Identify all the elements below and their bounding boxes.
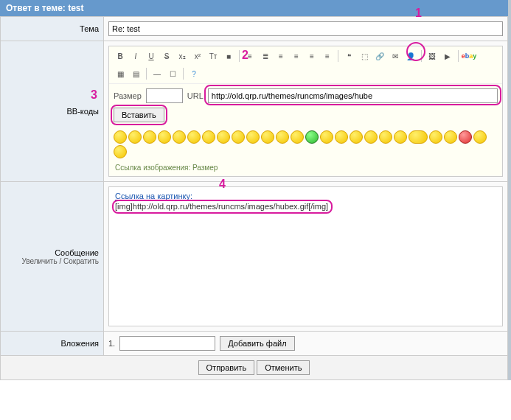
smile-4-icon[interactable] [158,130,171,144]
link-icon[interactable]: 🔗 [373,49,386,63]
color-icon[interactable]: ■ [222,49,235,63]
smile-21-icon[interactable] [409,130,428,144]
bold-icon[interactable]: B [114,49,127,63]
smile-10-icon[interactable] [246,130,260,144]
url-label: URL [187,91,204,100]
smile-25-icon[interactable] [473,130,487,144]
message-link-label: Ссылка на картинку: [115,192,192,200]
code-icon[interactable]: ⬚ [358,49,371,63]
message-resize[interactable]: Увеличить / Сократить [5,257,99,265]
editor-hint: Ссылка изображения: Размер [109,161,502,176]
topic-input[interactable] [108,21,503,36]
ebay-icon[interactable]: ebay [462,49,476,63]
smile-3-icon[interactable] [143,130,156,144]
attach-file-input[interactable] [119,336,215,351]
smile-1-icon[interactable] [114,130,127,144]
size-input[interactable] [146,88,183,103]
smile-18-icon[interactable] [364,130,378,144]
image-icon[interactable]: 🖼 [425,49,439,63]
size-label: Размер [114,91,142,100]
align-center-icon[interactable]: ≡ [290,49,303,63]
page-header: Ответ в теме: test [0,0,508,16]
smile-20-icon[interactable] [394,130,407,144]
smilies-row [109,127,502,161]
attach-label: Вложения [60,339,99,348]
user-icon[interactable]: 👤 [404,49,417,63]
smile-2-icon[interactable] [128,130,142,144]
sub-icon[interactable]: x₂ [175,49,189,63]
submit-button[interactable] [198,360,255,375]
hr-icon[interactable]: — [150,67,164,80]
smile-12-icon[interactable] [276,130,289,144]
smile-7-icon[interactable] [202,130,215,144]
align-justify-icon[interactable]: ≡ [321,49,334,63]
url-input[interactable] [208,88,498,103]
fontsize-icon[interactable]: Tт [206,49,220,63]
smile-17-icon[interactable] [350,130,363,144]
table-icon[interactable]: ▦ [114,67,127,80]
smile-24-icon[interactable] [459,130,472,144]
align-left-icon[interactable]: ≡ [274,49,288,63]
smile-26-icon[interactable] [114,145,127,158]
smile-23-icon[interactable] [444,130,457,144]
message-area[interactable]: Ссылка на картинку: [img]http://old.qrp.… [108,186,503,326]
italic-icon[interactable]: I [129,49,142,63]
smile-19-icon[interactable] [379,130,392,144]
cancel-button[interactable] [257,360,310,375]
smile-6-icon[interactable] [187,130,201,144]
message-label: Сообщение [5,248,99,257]
strike-icon[interactable]: S [160,49,173,63]
sup-icon[interactable]: x² [191,49,204,63]
box-icon[interactable]: ☐ [166,67,179,80]
smile-9-icon[interactable] [232,130,245,144]
smile-15-icon[interactable] [320,130,333,144]
flag-icon[interactable]: ▤ [129,67,142,80]
smile-13-icon[interactable] [291,130,304,144]
quote-icon[interactable]: ❝ [342,49,355,63]
smile-14-icon[interactable] [305,130,319,144]
help-icon[interactable]: ? [187,67,201,80]
swf-icon[interactable]: ▶ [441,49,454,63]
smile-22-icon[interactable] [429,130,442,144]
message-content: [img]http://old.qrp.ru/themes/runcms/ima… [115,202,328,211]
attach-index: 1. [108,339,115,348]
editor-toolbar: B I U S x₂ x² Tт ■ ≡ ≣ [109,46,502,84]
insert-button[interactable] [114,108,164,122]
smile-11-icon[interactable] [261,130,274,144]
align-right-icon[interactable]: ≡ [305,49,319,63]
bbcodes-label: BB-коды [67,107,99,116]
underline-icon[interactable]: U [145,49,158,63]
list-ul-icon[interactable]: ≡ [243,49,257,63]
smile-5-icon[interactable] [173,130,186,144]
list-ol-icon[interactable]: ≣ [259,49,272,63]
add-file-button[interactable] [220,336,294,351]
smile-8-icon[interactable] [217,130,230,144]
topic-label: Тема [80,24,99,33]
email-icon[interactable]: ✉ [389,49,402,63]
smile-16-icon[interactable] [335,130,348,144]
